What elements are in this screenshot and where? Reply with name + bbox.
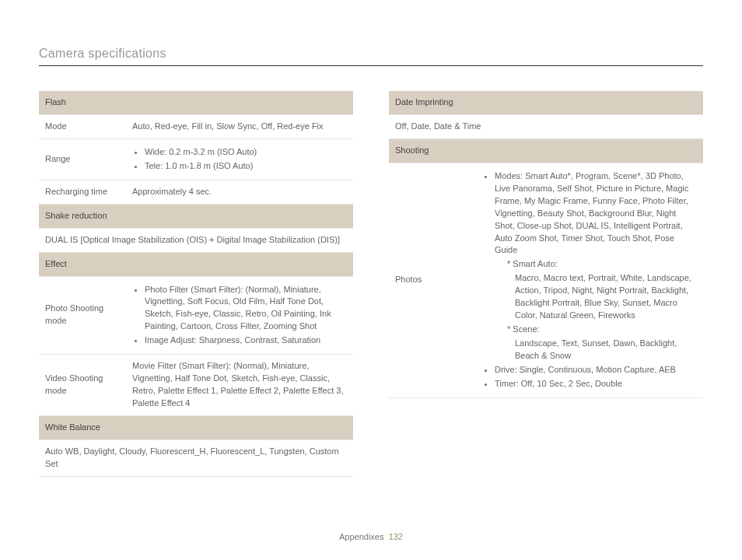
cell-value: Auto, Red-eye, Fill in, Slow Sync, Off, … [126,114,353,138]
row-effect-video: Video Shooting mode Movie Filter (Smart … [39,355,353,416]
section-flash: Flash [39,91,353,114]
section-header-label: Date Imprinting [389,91,703,114]
section-header-label: Flash [39,91,353,114]
cell-label: Mode [39,114,126,138]
list-item: Image Adjust: Sharpness, Contrast, Satur… [145,334,347,347]
section-wb: White Balance [39,415,353,439]
cell-label: Range [39,138,126,180]
footer-section: Appendixes [339,532,384,541]
sub-value: Macro, Macro text, Portrait, White, Land… [507,272,697,322]
section-shake: Shake reduction [39,204,353,228]
right-table: Date Imprinting Off, Date, Date & Time S… [389,91,703,398]
page-title: Camera specifications [39,47,703,66]
cell-value: DUAL IS [Optical Image Stabilization (OI… [39,228,353,252]
page-footer: Appendixes 132 [0,532,742,541]
cell-value: Wide: 0.2 m-3.2 m (ISO Auto) Tele: 1.0 m… [126,138,353,180]
section-header-label: Shooting [389,138,703,163]
cell-value: Modes: Smart Auto*, Program, Scene*, 3D … [476,163,703,397]
sub-value: Landscape, Text, Sunset, Dawn, Backlight… [507,338,697,362]
cell-value: Movie Filter (Smart Filter): (Normal), M… [126,355,353,416]
left-column: Flash Mode Auto, Red-eye, Fill in, Slow … [39,91,353,477]
row-flash-recharge: Recharging time Approximately 4 sec. [39,180,353,204]
row-flash-range: Range Wide: 0.2 m-3.2 m (ISO Auto) Tele:… [39,138,353,180]
sub-label: * Smart Auto: [507,258,697,271]
list-item: Photo Filter (Smart Filter): (Normal), M… [145,284,347,334]
cell-label: Recharging time [39,180,126,204]
cell-label: Photos [389,163,476,397]
cell-value: Auto WB, Daylight, Cloudy, Fluorescent_H… [39,439,353,476]
list-item: Tele: 1.0 m-1.8 m (ISO Auto) [145,160,347,173]
left-table: Flash Mode Auto, Red-eye, Fill in, Slow … [39,91,353,477]
list-item: Drive: Single, Continuous, Motion Captur… [495,364,697,376]
section-header-label: Effect [39,252,353,276]
content-columns: Flash Mode Auto, Red-eye, Fill in, Slow … [39,91,703,477]
row-wb-value: Auto WB, Daylight, Cloudy, Fluorescent_H… [39,439,353,476]
list-item: Timer: Off, 10 Sec, 2 Sec, Double [495,378,697,390]
list-item: Wide: 0.2 m-3.2 m (ISO Auto) [145,146,347,159]
row-shooting-photos: Photos Modes: Smart Auto*, Program, Scen… [389,163,703,397]
right-column: Date Imprinting Off, Date, Date & Time S… [389,91,703,477]
section-header-label: White Balance [39,415,353,439]
section-date: Date Imprinting [389,91,703,114]
row-effect-photo: Photo Shooting mode Photo Filter (Smart … [39,276,353,355]
section-header-label: Shake reduction [39,204,353,228]
row-flash-mode: Mode Auto, Red-eye, Fill in, Slow Sync, … [39,114,353,138]
section-shooting: Shooting [389,138,703,163]
cell-label: Video Shooting mode [39,355,126,416]
cell-value: Approximately 4 sec. [126,180,353,204]
section-effect: Effect [39,252,353,276]
cell-value: Photo Filter (Smart Filter): (Normal), M… [126,276,353,355]
cell-value: Off, Date, Date & Time [389,114,703,138]
list-item: Modes: Smart Auto*, Program, Scene*, 3D … [495,170,697,362]
bullet-text: Modes: Smart Auto*, Program, Scene*, 3D … [495,171,688,255]
row-shake-value: DUAL IS [Optical Image Stabilization (OI… [39,228,353,252]
row-date-value: Off, Date, Date & Time [389,114,703,138]
sub-label: * Scene: [507,324,697,336]
footer-page-number: 132 [389,532,403,541]
cell-label: Photo Shooting mode [39,276,126,355]
